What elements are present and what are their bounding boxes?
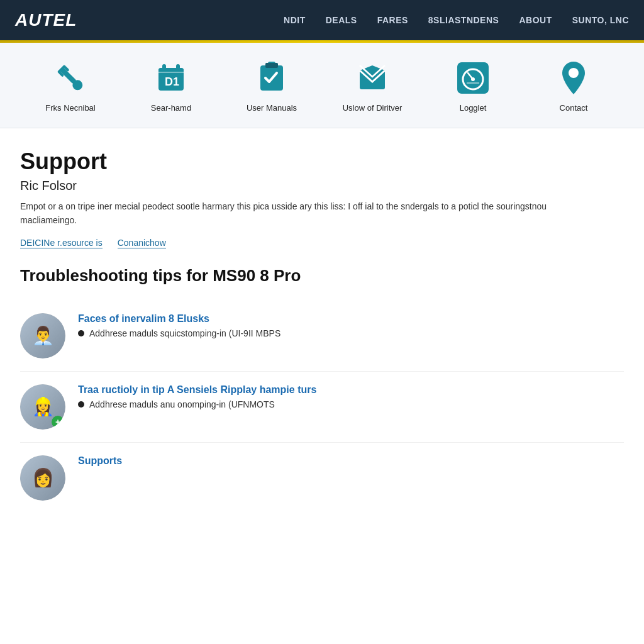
article-bullet: Addhrese maduls anu onomping-in (UFNMOTS <box>78 399 624 409</box>
article-content: Traa ructioly in tip A Sensiels Ripplay … <box>78 384 624 409</box>
article-title-link[interactable]: Traa ructioly in tip A Sensiels Ripplay … <box>78 384 624 396</box>
support-subtitle: Ric Folsor <box>20 179 624 193</box>
avatar-badge: + <box>52 416 64 428</box>
nav-link-businesses[interactable]: 8SLIASTNDENS <box>428 15 499 25</box>
toolbar-label-frks: Frks Necnibal <box>45 103 95 113</box>
brand-logo: AUTEL <box>15 10 77 30</box>
wrench-icon <box>50 58 91 98</box>
support-description: Empot or a on tripe iner mecial peodect … <box>20 199 561 228</box>
toolbar-label-sear: Sear-hamd <box>151 103 191 113</box>
nav-link-about[interactable]: ABOUT <box>519 15 552 25</box>
svg-rect-7 <box>162 64 166 73</box>
gauge-icon <box>453 58 493 98</box>
toolbar-item-uslow[interactable]: Uslow of Diritver <box>322 53 423 118</box>
svg-text:D1: D1 <box>165 75 179 88</box>
svg-rect-14 <box>265 63 278 68</box>
svg-point-22 <box>569 68 579 78</box>
toolbar-item-sear[interactable]: D1 Sear-hamd <box>121 53 221 118</box>
nav-link-ndit[interactable]: NDIT <box>284 15 306 25</box>
avatar-image: 👨‍💼 <box>20 313 65 358</box>
bullet-dot <box>78 401 84 408</box>
calendar-icon: D1 <box>151 58 191 98</box>
toolbar-item-contact[interactable]: Contact <box>523 53 624 118</box>
avatar: 👩 <box>20 455 65 501</box>
toolbar-label-contact: Contact <box>560 103 588 113</box>
list-item: 👷‍♀️ + Traa ructioly in tip A Sensiels R… <box>20 372 624 443</box>
article-list: 👨‍💼 Faces of inervalim 8 Elusks Addhrese… <box>20 301 624 513</box>
resource-link[interactable]: DEICINe r.esource is <box>20 238 103 248</box>
avatar: 👷‍♀️ + <box>20 384 65 430</box>
nav-link-deals[interactable]: DEALS <box>326 15 357 25</box>
bullet-text: Addhrese maduls anu onomping-in (UFNMOTS <box>89 399 275 409</box>
svg-rect-8 <box>176 64 180 73</box>
avatar-image: 👩 <box>20 455 65 501</box>
conanichow-link[interactable]: Conanichow <box>118 238 166 248</box>
article-content: Faces of inervalim 8 Elusks Addhrese mad… <box>78 313 624 338</box>
toolbar-label-manuals: User Manuals <box>247 103 297 113</box>
location-icon <box>553 58 594 98</box>
list-item: 👩 Supports <box>20 443 624 513</box>
main-content: Support Ric Folsor Empot or a on tripe i… <box>0 128 644 538</box>
article-title-link[interactable]: Supports <box>78 455 624 467</box>
navbar: AUTEL NDIT DEALS FARES 8SLIASTNDENS ABOU… <box>0 0 644 40</box>
nav-link-fares[interactable]: FARES <box>377 15 408 25</box>
icon-toolbar: Frks Necnibal D1 Sear-hamd <box>0 43 644 128</box>
section-title: Troubleshooting tips for MS90 8 Pro <box>20 266 624 286</box>
support-title: Support <box>20 148 624 175</box>
bullet-dot <box>78 330 84 336</box>
article-bullet: Addhrese maduls squicstomping-in (UI-9II… <box>78 328 624 338</box>
nav-link-sunto[interactable]: SUNTO, LNC <box>572 15 629 25</box>
article-title-link[interactable]: Faces of inervalim 8 Elusks <box>78 313 624 325</box>
navbar-links: NDIT DEALS FARES 8SLIASTNDENS ABOUT SUNT… <box>284 15 629 25</box>
svg-rect-10 <box>158 72 184 73</box>
toolbar-label-uslow: Uslow of Diritver <box>343 103 402 113</box>
toolbar-item-manuals[interactable]: User Manuals <box>221 53 322 118</box>
avatar: 👨‍💼 <box>20 313 65 358</box>
download-icon <box>352 58 392 98</box>
article-content: Supports <box>78 455 624 470</box>
support-links: DEICINe r.esource is Conanichow <box>20 238 624 248</box>
toolbar-label-logglet: Logglet <box>460 103 487 113</box>
toolbar-item-logglet[interactable]: Logglet <box>423 53 523 118</box>
toolbar-item-frks[interactable]: Frks Necnibal <box>20 53 121 118</box>
manual-icon <box>252 58 292 98</box>
list-item: 👨‍💼 Faces of inervalim 8 Elusks Addhrese… <box>20 301 624 372</box>
bullet-text: Addhrese maduls squicstomping-in (UI-9II… <box>89 328 280 338</box>
